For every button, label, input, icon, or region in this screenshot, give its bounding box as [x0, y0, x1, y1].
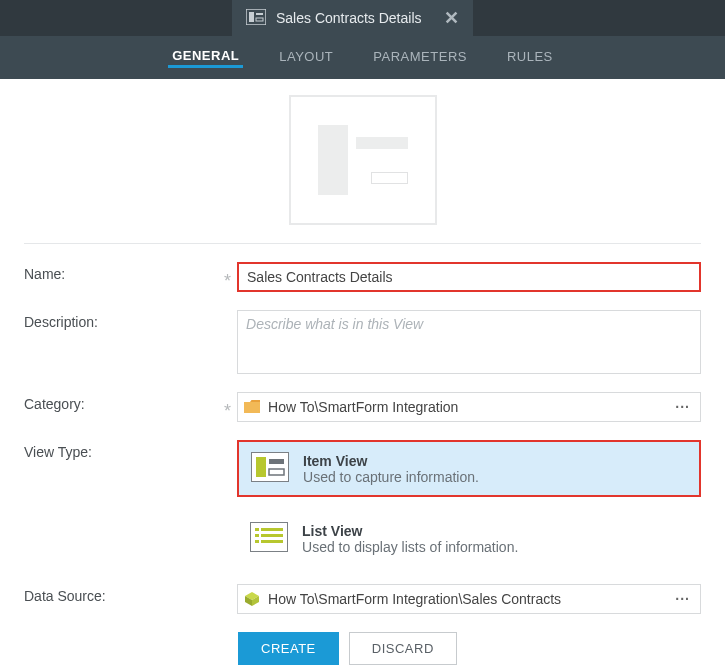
name-input[interactable] [237, 262, 701, 292]
description-label: Description: [24, 310, 224, 330]
description-input[interactable]: Describe what is in this View [237, 310, 701, 374]
svg-rect-6 [256, 457, 266, 477]
svg-rect-2 [256, 13, 263, 15]
datasource-value: How To\SmartForm Integration\Sales Contr… [268, 591, 671, 607]
item-view-title: Item View [303, 453, 479, 469]
name-label: Name: [24, 262, 224, 282]
svg-rect-13 [261, 534, 283, 537]
folder-icon [244, 400, 260, 414]
viewtype-label: View Type: [24, 440, 224, 460]
tab-layout[interactable]: LAYOUT [275, 49, 337, 66]
svg-rect-10 [255, 528, 259, 531]
category-label: Category: [24, 392, 224, 412]
svg-rect-3 [256, 18, 263, 21]
datasource-picker[interactable]: How To\SmartForm Integration\Sales Contr… [237, 584, 701, 614]
view-thumbnail [289, 95, 437, 225]
svg-rect-12 [255, 534, 259, 537]
document-title: Sales Contracts Details [276, 10, 422, 26]
list-view-title: List View [302, 523, 518, 539]
tab-row: GENERAL LAYOUT PARAMETERS RULES [0, 36, 725, 79]
titlebar: Sales Contracts Details ✕ [0, 0, 725, 36]
discard-button[interactable]: DISCARD [349, 632, 457, 665]
svg-rect-11 [261, 528, 283, 531]
svg-rect-14 [255, 540, 259, 543]
button-row: CREATE DISCARD [238, 632, 701, 665]
item-view-icon [251, 452, 289, 485]
required-star-icon: * [224, 272, 231, 290]
ellipsis-button[interactable]: ··· [671, 399, 694, 415]
viewtype-list[interactable]: List View Used to display lists of infor… [237, 511, 701, 566]
list-view-icon [250, 522, 288, 555]
cube-icon [244, 591, 260, 607]
list-view-subtitle: Used to display lists of information. [302, 539, 518, 555]
viewtype-item[interactable]: Item View Used to capture information. [237, 440, 701, 497]
item-view-subtitle: Used to capture information. [303, 469, 479, 485]
tab-general[interactable]: GENERAL [168, 48, 243, 68]
form-icon [246, 9, 266, 28]
ellipsis-button[interactable]: ··· [671, 591, 694, 607]
svg-rect-7 [269, 459, 284, 464]
svg-rect-4 [244, 402, 260, 413]
category-value: How To\SmartForm Integration [268, 399, 671, 415]
create-button[interactable]: CREATE [238, 632, 339, 665]
close-icon[interactable]: ✕ [444, 7, 459, 29]
datasource-label: Data Source: [24, 584, 224, 604]
tab-parameters[interactable]: PARAMETERS [369, 49, 471, 66]
required-star-icon: * [224, 402, 231, 420]
divider [24, 243, 701, 244]
svg-rect-15 [261, 540, 283, 543]
tab-rules[interactable]: RULES [503, 49, 557, 66]
svg-rect-1 [249, 12, 254, 22]
category-picker[interactable]: How To\SmartForm Integration ··· [237, 392, 701, 422]
document-tab[interactable]: Sales Contracts Details ✕ [232, 0, 473, 36]
